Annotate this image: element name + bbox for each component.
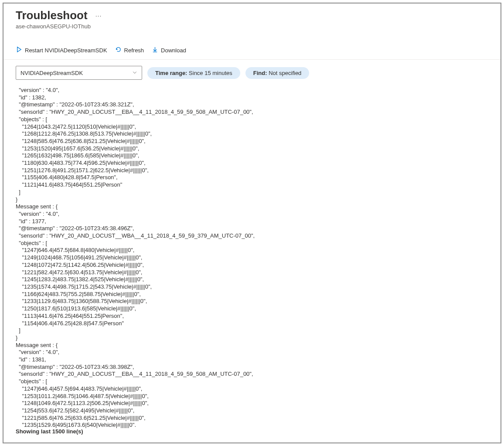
page-title: Troubleshoot <box>16 9 88 22</box>
refresh-button[interactable]: Refresh <box>115 44 144 56</box>
time-range-value: Since 15 minutes <box>189 70 232 76</box>
chevron-down-icon <box>132 70 137 76</box>
play-icon <box>16 46 22 54</box>
download-label: Download <box>161 47 186 54</box>
refresh-icon <box>115 46 122 54</box>
download-button[interactable]: Download <box>152 44 186 56</box>
log-output: "version" : "4.0", "id" : 1382, "@timest… <box>3 84 501 429</box>
filter-row: NVIDIADeepStreamSDK Time range: Since 15… <box>3 60 501 84</box>
module-dropdown[interactable]: NVIDIADeepStreamSDK <box>16 66 142 80</box>
refresh-label: Refresh <box>124 47 144 54</box>
restart-button[interactable]: Restart NVIDIADeepStreamSDK <box>16 44 107 56</box>
more-actions-button[interactable]: ··· <box>94 10 104 21</box>
page-subtitle: ase-chawonASEGPU-IOThub <box>16 23 488 30</box>
time-range-label: Time range: <box>155 70 187 76</box>
action-toolbar: Restart NVIDIADeepStreamSDK Refresh Down… <box>3 31 501 60</box>
page-header: Troubleshoot ··· ase-chawonASEGPU-IOThub <box>3 3 501 31</box>
find-label: Find: <box>253 70 267 76</box>
status-footer: Showing last 1500 line(s) <box>3 424 95 436</box>
download-icon <box>152 46 158 54</box>
restart-label: Restart NVIDIADeepStreamSDK <box>25 47 107 54</box>
find-value: Not specified <box>269 70 301 76</box>
find-filter[interactable]: Find: Not specified <box>245 67 310 79</box>
time-range-filter[interactable]: Time range: Since 15 minutes <box>147 67 240 79</box>
dropdown-value: NVIDIADeepStreamSDK <box>20 70 83 76</box>
